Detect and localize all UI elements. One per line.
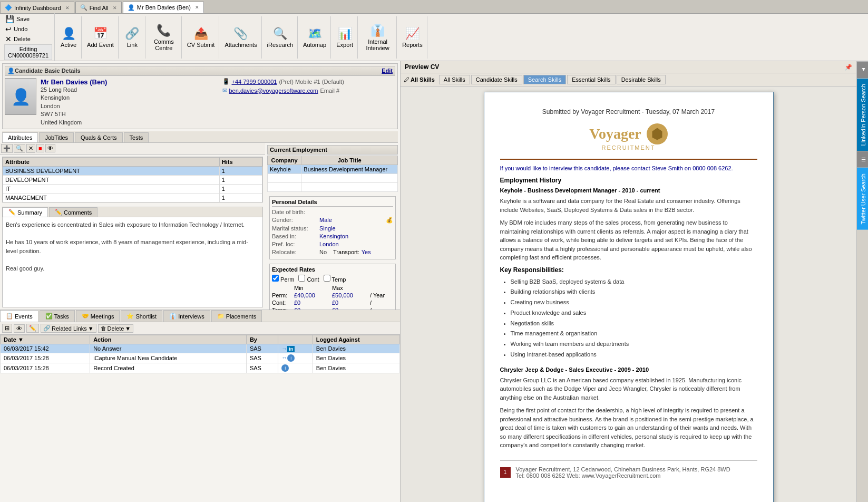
automap-icon: 🗺️ [308, 27, 322, 41]
email-row: ✉ ben.davies@voyagersoftware.com Email # [222, 87, 396, 94]
attachments-button[interactable]: 📎 Attachments [222, 26, 259, 49]
tab-close[interactable]: ✕ [195, 5, 199, 10]
skill-tab-search[interactable]: Search Skills [523, 75, 567, 84]
reports-button[interactable]: 📈 Reports [400, 26, 425, 49]
middle-icon[interactable]: ☰ [857, 151, 868, 168]
attr-cell: DEVELOPMENT [3, 175, 220, 184]
search-attr-button[interactable]: 🔍 [14, 144, 25, 153]
active-icon: 👤 [62, 27, 76, 41]
save-button[interactable]: 💾 Save [4, 14, 52, 24]
tab-shortlist[interactable]: ⭐ Shortlist [121, 310, 162, 322]
cv-bullet: Using Intranet-based applications [511, 350, 757, 360]
event-by: SAS [246, 344, 278, 353]
internal-interview-group: 👔 Internal Interview [359, 16, 397, 59]
bottom-toolbar: ⊞ 👁 ✏️ 🔗 Related Links ▼ 🗑 Delete ▼ [0, 322, 400, 335]
tab-comments[interactable]: ✏️ Comments [49, 207, 97, 217]
attribute-row[interactable]: BUSINESS DEVELOPMENT1 [3, 166, 262, 175]
attr-btn5[interactable]: 👁 [45, 144, 55, 152]
delete-label: Delete [14, 36, 31, 42]
attribute-row[interactable]: DEVELOPMENT1 [3, 175, 262, 184]
attribute-row[interactable]: MANAGEMENT1 [3, 193, 262, 202]
skill-tab-essential[interactable]: Essential Skills [567, 75, 615, 84]
undo-button[interactable]: ↩ Undo [4, 24, 52, 34]
perm-checkbox-label[interactable]: Perm [272, 275, 294, 283]
employment-row[interactable]: Keyhole Business Development Manager [268, 165, 398, 173]
tab-ben-davies[interactable]: 👤 Mr Ben Davies (Ben) ✕ [123, 2, 204, 13]
edit-link[interactable]: Edit [382, 67, 393, 74]
cn-label: CN0000089721 [8, 52, 48, 59]
tab-tests[interactable]: Tests [124, 132, 149, 142]
export-button[interactable]: 📊 Export [334, 26, 355, 49]
eye-button[interactable]: 👁 [14, 324, 25, 333]
temp-checkbox[interactable] [324, 275, 330, 282]
interviews-tab-icon: 👔 [169, 313, 177, 320]
based-value: Kensington [319, 233, 348, 239]
linkedin-button[interactable]: LinkedIn Person Search [857, 78, 868, 151]
event-row[interactable]: 06/03/2017 15:28 Record Created SAS i Be… [1, 363, 400, 373]
action-col-header[interactable]: Action [90, 335, 247, 344]
skill-tab-desirable[interactable]: Desirable Skills [617, 75, 666, 84]
tab-meetings[interactable]: 🤝 Meetings [76, 310, 120, 322]
tab-icon: 🔍 [80, 4, 87, 11]
toolbar: 💾 Save ↩ Undo ✕ Delete Editing CN0000089… [0, 14, 868, 61]
perm-checkbox[interactable] [272, 275, 279, 282]
logged-col-header[interactable]: Logged Against [313, 335, 399, 344]
attribute-row[interactable]: IT1 [3, 184, 262, 193]
active-button[interactable]: 👤 Active [58, 26, 79, 49]
iresearch-button[interactable]: 🔍 iResearch [265, 26, 296, 49]
delete-button[interactable]: ✕ Delete [4, 34, 52, 44]
cv-job2-desc2: Being the first point of contact for the… [500, 406, 757, 450]
attribute-row[interactable]: SYSTEMS2 [3, 202, 262, 202]
placements-tab-icon: 📁 [217, 313, 225, 320]
tab-placements[interactable]: 📁 Placements [211, 310, 262, 322]
edit-button[interactable]: ✏️ [26, 324, 39, 333]
related-links-icon: 🔗 [43, 325, 51, 332]
tab-infinity-dashboard[interactable]: 🔷 Infinity Dashboard ✕ [0, 2, 74, 13]
skill-tab-all[interactable]: All Skills [439, 75, 470, 84]
add-attr-button[interactable]: ➕ [1, 144, 13, 153]
date-col-header[interactable]: Date ▼ [1, 335, 90, 344]
remove-attr-button[interactable]: ✕ [26, 144, 35, 153]
automap-button[interactable]: 🗺️ Automap [301, 26, 328, 49]
comms-centre-button[interactable]: 📞 Comms Centre [149, 23, 179, 52]
delete-events-button[interactable]: 🗑 Delete ▼ [98, 324, 134, 333]
tab-events[interactable]: 📋 Events [0, 310, 38, 322]
temp-checkbox-label[interactable]: Temp [324, 275, 346, 283]
cv-key-resp-title: Key Responsibilities: [500, 266, 757, 274]
editing-box: Editing CN0000089721 [4, 44, 52, 60]
cont-checkbox-label[interactable]: Cont [298, 275, 319, 283]
tab-interviews[interactable]: 👔 Interviews [163, 310, 210, 322]
tab-tasks[interactable]: ✅ Tasks [40, 310, 75, 322]
event-row[interactable]: 06/03/2017 15:28 iCapture Manual New Can… [1, 353, 400, 363]
cont-checkbox[interactable] [298, 275, 305, 282]
delete-label: Delete [108, 325, 124, 332]
tasks-tab-label: Tasks [54, 313, 69, 320]
link-button[interactable]: 🔗 Link [122, 26, 143, 49]
tab-jobtitles[interactable]: JobTitles [39, 132, 74, 142]
twitter-button[interactable]: Twitter User Search [857, 168, 868, 230]
tab-summary[interactable]: ✏️ Summary [3, 207, 48, 217]
internal-interview-button[interactable]: 👔 Internal Interview [361, 23, 394, 52]
grid-view-button[interactable]: ⊞ [2, 324, 12, 333]
attr-btn4[interactable]: ■ [36, 144, 44, 152]
pin-icon[interactable]: 📌 [845, 64, 852, 71]
add-event-button[interactable]: 📅 Add Event [85, 26, 116, 49]
event-row[interactable]: 06/03/2017 15:42 No Answer SAS →in Ben D… [1, 344, 400, 353]
tab-quals-certs[interactable]: Quals & Certs [75, 132, 122, 142]
email-link[interactable]: ben.davies@voyagersoftware.com [229, 88, 318, 94]
tab-find-all[interactable]: 🔍 Find All ✕ [75, 2, 122, 13]
phone-link[interactable]: +44 7999 000001 [232, 79, 277, 85]
tab-attributes[interactable]: Attributes [2, 132, 38, 142]
highlight-icon: 🖊 [404, 76, 409, 83]
cv-job1: Keyhole - Business Development Manager -… [500, 187, 757, 360]
tab-close[interactable]: ✕ [65, 5, 70, 11]
skill-tab-candidate[interactable]: Candidate Skills [471, 75, 522, 84]
by-col-header[interactable]: By [246, 335, 278, 344]
related-links-button[interactable]: 🔗 Related Links ▼ [41, 324, 96, 333]
tab-close[interactable]: ✕ [113, 5, 117, 11]
cv-submit-button[interactable]: 📤 CV Submit [185, 26, 217, 49]
email-icon: ✉ [222, 87, 227, 94]
comms-centre-label: Comms Centre [151, 38, 177, 51]
scroll-up-button[interactable]: ▲ [857, 61, 868, 78]
preview-main: Preview CV 📌 🖊 All Skills All Skills Can… [401, 61, 856, 502]
